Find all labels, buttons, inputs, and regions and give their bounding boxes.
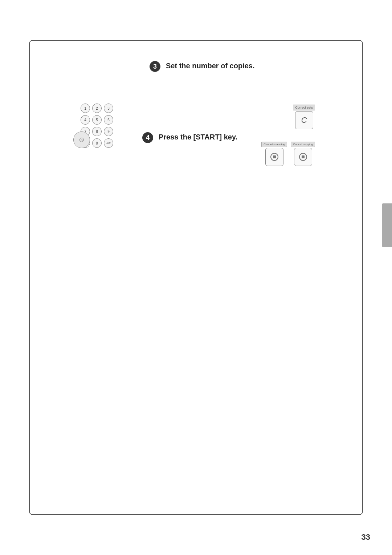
- correct-sets-button[interactable]: C: [295, 111, 313, 129]
- step3-circle: 3: [150, 61, 160, 72]
- step4-circle: 4: [142, 132, 153, 143]
- start-key-button[interactable]: ◇: [73, 131, 90, 148]
- start-key-inner-icon: ◇: [79, 138, 84, 142]
- cancel-buttons-area: Cancel scanning Cancel copying: [261, 142, 315, 166]
- correct-sets-label: Correct sets: [293, 105, 315, 110]
- cancel-scanning-group: Cancel scanning: [261, 142, 287, 166]
- cancel-scanning-button[interactable]: [265, 148, 283, 166]
- stop-inner-icon2: [302, 155, 305, 158]
- side-tab: [382, 203, 392, 247]
- key-3[interactable]: 3: [104, 104, 113, 113]
- stop-inner-icon: [273, 155, 276, 158]
- key-9[interactable]: 9: [104, 127, 113, 136]
- key-4[interactable]: 4: [81, 115, 90, 125]
- key-2[interactable]: 2: [92, 104, 102, 113]
- main-content-box: 1 2 3 4 5 6 7 8 9 * 0 #/P 3 Set the numb…: [29, 40, 363, 515]
- section3-area: 1 2 3 4 5 6 7 8 9 * 0 #/P 3 Set the numb…: [37, 51, 355, 116]
- key-1[interactable]: 1: [81, 104, 90, 113]
- key-6[interactable]: 6: [104, 115, 113, 125]
- cancel-scanning-label: Cancel scanning: [261, 142, 287, 147]
- cancel-copying-group: Cancel copying: [291, 142, 315, 166]
- cancel-copying-icon: [299, 153, 307, 161]
- cancel-scanning-icon: [270, 153, 278, 161]
- key-hash[interactable]: #/P: [104, 138, 113, 148]
- key-0[interactable]: 0: [92, 138, 102, 148]
- key-5[interactable]: 5: [92, 115, 102, 125]
- cancel-copying-button[interactable]: [294, 148, 312, 166]
- step4-heading: Press the [START] key.: [159, 133, 237, 141]
- page-number: 33: [362, 532, 370, 542]
- key-8[interactable]: 8: [92, 127, 102, 136]
- correct-sets-container: Correct sets C: [293, 105, 315, 129]
- step3-heading: Set the number of copies.: [166, 62, 254, 70]
- cancel-copying-label: Cancel copying: [291, 142, 315, 147]
